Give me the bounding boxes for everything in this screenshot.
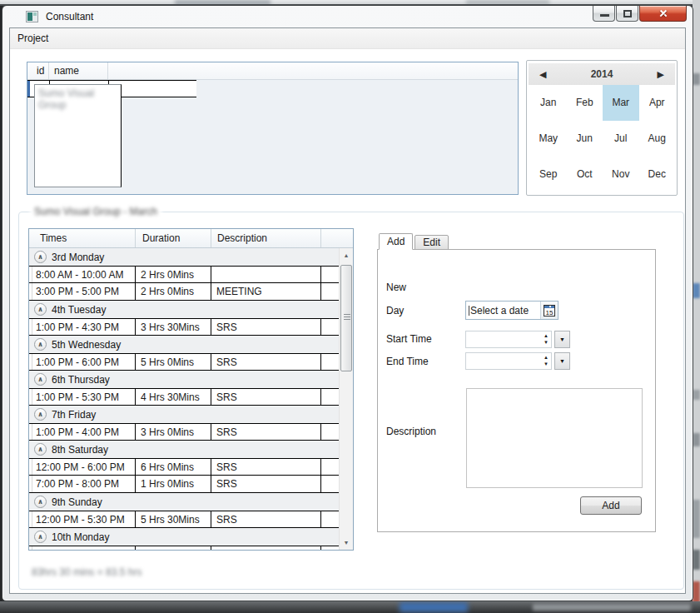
duration-cell[interactable]: 5 Hrs 0Mins (136, 354, 211, 370)
description-cell[interactable]: SRS (211, 459, 321, 475)
description-cell[interactable]: SRS (211, 354, 321, 370)
duration-cell[interactable]: 4 Hrs 30Mins (136, 389, 211, 405)
titlebar[interactable]: Consultant (2, 6, 693, 27)
time-entry-row[interactable]: 12:00 PM - 5:30 PM 5 Hrs 30Mins SRS (29, 511, 339, 528)
duration-cell[interactable]: 5 Hrs 30Mins (136, 511, 211, 527)
start-time-input[interactable]: ▲ ▼ (465, 331, 552, 348)
description-cell[interactable]: SRS (211, 476, 321, 492)
times-cell[interactable]: 8:00 AM - 10:00 AM (32, 267, 136, 282)
day-group-header-row[interactable]: ∧ 3rd Monday (29, 248, 339, 266)
time-entry-row[interactable]: 7:00 PM - 8:00 PM 1 Hrs 0Mins SRS (29, 476, 339, 493)
day-datepicker[interactable]: Select a date 15 (465, 301, 559, 320)
description-cell[interactable]: SRS (211, 319, 321, 335)
end-time-input[interactable]: ▲ ▼ (465, 352, 552, 370)
add-button[interactable]: Add (580, 496, 642, 515)
calendar-month-cell[interactable]: May (530, 121, 567, 157)
menu-item[interactable]: Project (10, 28, 56, 49)
calendar-month-cell[interactable]: Jul (603, 121, 639, 157)
description-textarea[interactable] (466, 388, 643, 488)
collapse-chevron-icon[interactable]: ∧ (34, 303, 47, 316)
project-client-cell[interactable]: Sumo Visual Group (38, 87, 94, 111)
collapse-chevron-icon[interactable]: ∧ (34, 496, 47, 508)
time-entry-row[interactable]: 1:00 PM - 6:00 PM 5 Hrs 0Mins SRS (29, 353, 339, 371)
column-header-description[interactable]: Description (211, 229, 321, 247)
calendar-month-cell[interactable]: Aug (639, 121, 676, 157)
description-cell[interactable]: SRS (211, 511, 321, 527)
calendar-month-cell[interactable]: Jun (567, 121, 603, 157)
day-group-header-row[interactable]: ∧ 5th Wednesday (29, 336, 339, 353)
calendar-month-cell[interactable]: Jan (530, 85, 567, 121)
close-button[interactable] (639, 6, 687, 22)
spinner-down-icon[interactable]: ▼ (544, 339, 549, 346)
times-cell[interactable]: 8:30 AM - 10:00 AM (32, 546, 136, 550)
day-group-header-row[interactable]: ∧ 6th Thursday (29, 371, 339, 388)
calendar-month-cell[interactable]: Sep (530, 156, 567, 192)
tab-edit[interactable]: Edit (415, 235, 449, 250)
duration-cell[interactable]: 6 Hrs 0Mins (136, 459, 211, 475)
collapse-chevron-icon[interactable]: ∧ (34, 251, 47, 263)
spinner-up-icon[interactable]: ▲ (544, 354, 549, 361)
duration-cell[interactable]: 1 Hrs 0Mins (136, 476, 211, 492)
calendar-month-cell[interactable]: Nov (603, 156, 639, 192)
end-time-dropdown-button[interactable]: ▼ (554, 352, 570, 370)
time-entry-row[interactable]: 8:30 AM - 10:00 AM 1 Hrs 0Mins SRS (29, 546, 339, 550)
day-group-header-row[interactable]: ∧ 9th Sunday (29, 493, 339, 511)
description-cell[interactable]: SRS (211, 424, 321, 440)
time-entry-row[interactable]: 1:00 PM - 5:30 PM 4 Hrs 30Mins SRS (29, 388, 339, 406)
times-cell[interactable]: 7:00 PM - 8:00 PM (32, 476, 136, 492)
tab-add[interactable]: Add (379, 233, 413, 250)
calendar-prev-icon[interactable]: ◀ (539, 69, 546, 80)
day-group-header-row[interactable]: ∧ 10th Monday (29, 528, 339, 546)
calendar-month-cell[interactable]: Feb (567, 85, 603, 121)
day-group-header-row[interactable]: ∧ 7th Friday (29, 406, 339, 423)
description-cell[interactable] (211, 267, 321, 282)
maximize-button[interactable] (616, 6, 638, 22)
time-entry-row[interactable]: 8:00 AM - 10:00 AM 2 Hrs 0Mins (29, 266, 339, 283)
description-cell[interactable]: SRS (211, 389, 321, 405)
times-cell[interactable]: 12:00 PM - 5:30 PM (32, 511, 136, 527)
column-header-id[interactable]: id (27, 62, 49, 79)
collapse-chevron-icon[interactable]: ∧ (34, 408, 47, 421)
calendar-month-cell[interactable]: Oct (567, 156, 603, 192)
calendar-next-icon[interactable]: ▶ (658, 69, 664, 80)
column-header-name[interactable]: name (49, 62, 108, 79)
day-group-header-row[interactable]: ∧ 4th Tuesday (29, 301, 339, 318)
start-time-spinner[interactable]: ▲ ▼ (544, 332, 549, 346)
duration-cell[interactable]: 3 Hrs 0Mins (136, 424, 211, 440)
scroll-up-icon[interactable]: ▲ (340, 249, 353, 262)
duration-cell[interactable]: 3 Hrs 30Mins (136, 319, 211, 335)
spinner-up-icon[interactable]: ▲ (544, 332, 549, 339)
vertical-scrollbar[interactable]: ▲ ▼ (339, 248, 353, 550)
collapse-chevron-icon[interactable]: ∧ (34, 373, 47, 386)
calendar-month-cell[interactable]: Apr (639, 85, 676, 121)
scroll-down-icon[interactable]: ▼ (340, 536, 353, 549)
time-entry-row[interactable]: 1:00 PM - 4:30 PM 3 Hrs 30Mins SRS (29, 318, 339, 336)
duration-cell[interactable]: 2 Hrs 0Mins (136, 283, 211, 300)
calendar-month-cell[interactable]: Mar (603, 85, 639, 121)
spinner-down-icon[interactable]: ▼ (544, 361, 549, 367)
column-header-duration[interactable]: Duration (136, 229, 211, 247)
time-entry-row[interactable]: 12:00 PM - 6:00 PM 6 Hrs 0Mins SRS (29, 458, 339, 476)
times-cell[interactable]: 3:00 PM - 5:00 PM (32, 283, 136, 300)
calendar-year[interactable]: 2014 (591, 68, 613, 80)
collapse-chevron-icon[interactable]: ∧ (34, 531, 47, 543)
description-cell[interactable]: SRS (211, 546, 321, 550)
day-group-header-row[interactable]: ∧ 8th Saturday (29, 441, 339, 458)
end-time-spinner[interactable]: ▲ ▼ (544, 354, 549, 367)
times-cell[interactable]: 12:00 PM - 6:00 PM (32, 459, 136, 475)
collapse-chevron-icon[interactable]: ∧ (34, 338, 47, 351)
column-header-times[interactable]: Times (29, 229, 136, 247)
times-cell[interactable]: 1:00 PM - 5:30 PM (32, 389, 136, 405)
times-cell[interactable]: 1:00 PM - 4:00 PM (32, 424, 136, 440)
datepicker-calendar-button[interactable]: 15 (540, 302, 558, 319)
calendar-month-cell[interactable]: Dec (639, 156, 676, 192)
times-cell[interactable]: 1:00 PM - 6:00 PM (32, 354, 136, 370)
collapse-chevron-icon[interactable]: ∧ (34, 443, 47, 456)
time-entry-row[interactable]: 3:00 PM - 5:00 PM 2 Hrs 0Mins MEETING (29, 283, 339, 301)
time-entry-row[interactable]: 1:00 PM - 4:00 PM 3 Hrs 0Mins SRS (29, 423, 339, 441)
description-cell[interactable]: MEETING (211, 283, 321, 300)
scrollbar-thumb[interactable] (340, 265, 352, 371)
start-time-dropdown-button[interactable]: ▼ (554, 331, 570, 348)
times-cell[interactable]: 1:00 PM - 4:30 PM (32, 319, 136, 335)
duration-cell[interactable]: 1 Hrs 0Mins (136, 546, 211, 550)
